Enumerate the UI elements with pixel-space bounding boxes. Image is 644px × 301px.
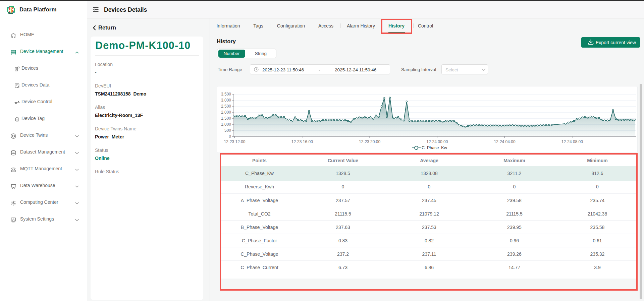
svg-text:12-23 16:00: 12-23 16:00 [291, 139, 313, 144]
svg-text:3,500: 3,500 [221, 92, 231, 97]
svg-text:12-23 12:00: 12-23 12:00 [224, 139, 245, 144]
svg-text:1,500: 1,500 [221, 116, 231, 121]
svg-text:12-24 04:00: 12-24 04:00 [494, 139, 516, 144]
svg-text:3,000: 3,000 [221, 98, 231, 103]
svg-text:500: 500 [224, 128, 231, 133]
svg-text:12-24 08:00: 12-24 08:00 [561, 139, 583, 144]
svg-text:12-24 00:00: 12-24 00:00 [426, 139, 448, 144]
svg-text:0: 0 [229, 134, 231, 139]
svg-text:2,000: 2,000 [221, 110, 231, 115]
svg-text:1,000: 1,000 [221, 122, 231, 127]
svg-text:12-23 20:00: 12-23 20:00 [359, 139, 380, 144]
svg-text:2,500: 2,500 [221, 104, 231, 109]
svg-text:C_Phase_Kw: C_Phase_Kw [422, 145, 447, 150]
